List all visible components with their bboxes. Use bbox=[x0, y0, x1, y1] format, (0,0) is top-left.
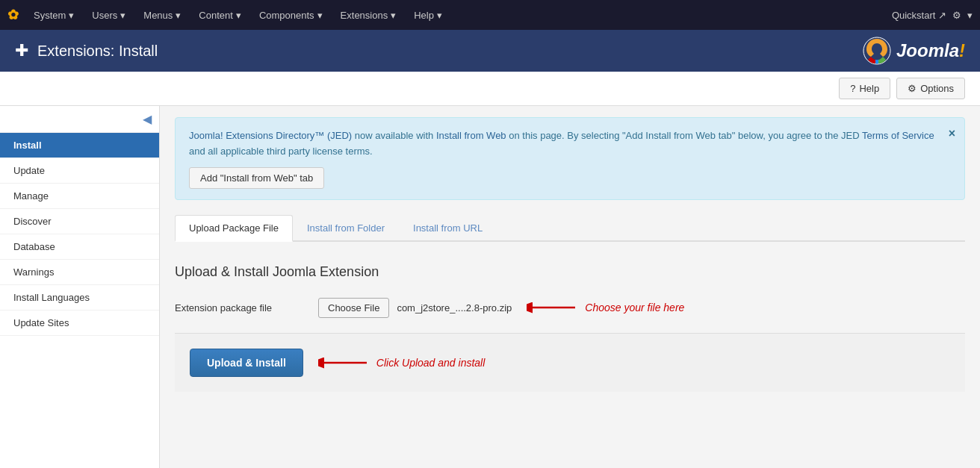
sidebar-item-database[interactable]: Database bbox=[0, 234, 159, 260]
upload-section: Upload & Install Joomla Extension Extens… bbox=[175, 257, 965, 399]
nav-item-components[interactable]: Components ▾ bbox=[252, 5, 330, 25]
upload-arrow-icon bbox=[318, 355, 370, 370]
nav-item-menus[interactable]: Menus ▾ bbox=[136, 5, 188, 25]
arrow-icon bbox=[527, 300, 579, 315]
help-icon: ? bbox=[850, 83, 855, 94]
upload-annotation: Click Upload and install bbox=[318, 355, 486, 370]
settings-icon[interactable]: ⚙ bbox=[952, 10, 961, 21]
help-button[interactable]: ? Help bbox=[839, 78, 890, 99]
sidebar-item-warnings[interactable]: Warnings bbox=[0, 260, 159, 285]
jed-link[interactable]: Joomla! Extensions Directory™ (JED) bbox=[189, 130, 352, 141]
nav-item-system[interactable]: System ▾ bbox=[26, 5, 81, 25]
tab-upload-package-file[interactable]: Upload Package File bbox=[175, 215, 293, 242]
nav-item-users[interactable]: Users ▾ bbox=[84, 5, 133, 25]
title-left: ✚ Extensions: Install bbox=[15, 41, 158, 60]
extension-package-label: Extension package file bbox=[175, 302, 309, 313]
sidebar-item-discover[interactable]: Discover bbox=[0, 209, 159, 234]
sidebar-item-install[interactable]: Install bbox=[0, 133, 159, 158]
puzzle-icon: ✚ bbox=[15, 41, 28, 60]
top-navigation: ✿ System ▾ Users ▾ Menus ▾ Content ▾ Com… bbox=[0, 0, 980, 30]
banner-close-button[interactable]: × bbox=[949, 124, 955, 143]
upload-annotation-text: Click Upload and install bbox=[376, 357, 486, 369]
content-area: × Joomla! Extensions Directory™ (JED) no… bbox=[160, 106, 980, 468]
nav-menu: System ▾ Users ▾ Menus ▾ Content ▾ Compo… bbox=[26, 5, 892, 25]
options-button[interactable]: ⚙ Options bbox=[896, 78, 965, 99]
nav-right-area: Quickstart ↗ ⚙ ▾ bbox=[892, 10, 973, 21]
file-input-area: Choose File com_j2store_....2.8-pro.zip bbox=[318, 298, 684, 318]
gear-icon: ⚙ bbox=[908, 83, 917, 94]
joomla-brand-text: Joomla! bbox=[896, 40, 965, 61]
main-layout: ◀ Install Update Manage Discover Databas… bbox=[0, 106, 980, 468]
install-from-web-link[interactable]: Install from Web bbox=[436, 130, 506, 141]
sidebar-item-update-sites[interactable]: Update Sites bbox=[0, 311, 159, 336]
file-annotation: Choose your file here bbox=[527, 300, 684, 315]
title-bar: ✚ Extensions: Install Joomla! bbox=[0, 30, 980, 72]
joomla-logo-icon bbox=[862, 36, 892, 66]
selected-file-name: com_j2store_....2.8-pro.zip bbox=[397, 302, 512, 313]
page-title: Extensions: Install bbox=[37, 43, 158, 60]
file-annotation-text: Choose your file here bbox=[585, 302, 684, 313]
joomla-small-logo: ✿ bbox=[7, 7, 19, 23]
upload-install-button[interactable]: Upload & Install bbox=[190, 349, 303, 377]
joomla-brand: Joomla! bbox=[862, 36, 965, 66]
sidebar: ◀ Install Update Manage Discover Databas… bbox=[0, 106, 160, 468]
tabs-bar: Upload Package File Install from Folder … bbox=[175, 215, 965, 242]
nav-item-content[interactable]: Content ▾ bbox=[191, 5, 249, 25]
sidebar-item-install-languages[interactable]: Install Languages bbox=[0, 285, 159, 311]
choose-file-button[interactable]: Choose File bbox=[318, 298, 389, 318]
upload-button-section: Upload & Install Click Upload and instal… bbox=[175, 333, 965, 392]
nav-item-help[interactable]: Help ▾ bbox=[406, 5, 450, 25]
info-banner: × Joomla! Extensions Directory™ (JED) no… bbox=[175, 117, 965, 200]
add-install-from-web-tab-button[interactable]: Add "Install from Web" tab bbox=[189, 167, 324, 189]
terms-link[interactable]: Terms of Service bbox=[862, 130, 934, 141]
sidebar-toggle-button[interactable]: ◀ bbox=[143, 112, 152, 126]
quickstart-link[interactable]: Quickstart ↗ bbox=[892, 10, 946, 21]
tab-install-from-folder[interactable]: Install from Folder bbox=[293, 215, 399, 242]
banner-text: Joomla! Extensions Directory™ (JED) now … bbox=[189, 130, 934, 157]
tab-install-from-url[interactable]: Install from URL bbox=[399, 215, 497, 242]
upload-section-title: Upload & Install Joomla Extension bbox=[175, 264, 965, 280]
action-bar: ? Help ⚙ Options bbox=[0, 72, 980, 106]
sidebar-item-update[interactable]: Update bbox=[0, 158, 159, 184]
file-input-row: Extension package file Choose File com_j… bbox=[175, 298, 965, 318]
nav-item-extensions[interactable]: Extensions ▾ bbox=[333, 5, 404, 25]
sidebar-toggle-area: ◀ bbox=[0, 106, 159, 133]
sidebar-item-manage[interactable]: Manage bbox=[0, 184, 159, 209]
